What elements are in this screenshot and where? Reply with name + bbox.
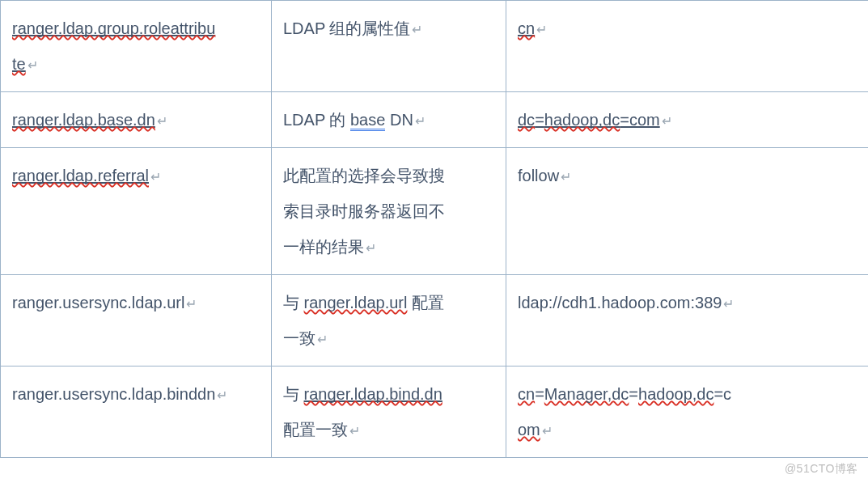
cell-text: DN	[385, 111, 413, 129]
cell-description: 与 ranger.ldap.url 配置 一致↵	[272, 275, 506, 366]
cell-property: ranger.ldap.group.roleattribu te↵	[1, 1, 272, 92]
cell-text: 与	[283, 385, 304, 403]
cell-value: follow↵	[506, 148, 869, 275]
table-row: ranger.ldap.base.dn↵ LDAP 的 base DN↵ dc=…	[1, 92, 869, 148]
cell-description: LDAP 的 base DN↵	[272, 92, 506, 148]
cell-text: 一致	[283, 329, 315, 347]
cell-value: cn↵	[506, 1, 869, 92]
cell-text: 配置一致	[283, 421, 348, 439]
cell-text: ranger.ldap.url	[304, 294, 408, 311]
cell-text: 与	[283, 294, 304, 311]
cell-text: hadoop,dc	[638, 385, 713, 403]
cell-text: =	[629, 385, 638, 403]
cell-text: cn	[518, 19, 535, 37]
cell-text: ranger.usersync.ldap.binddn	[12, 385, 215, 403]
config-table: ranger.ldap.group.roleattribu te↵ LDAP 组…	[0, 0, 868, 458]
table-row: ranger.ldap.referral↵ 此配置的选择会导致搜 索目录时服务器…	[1, 148, 869, 275]
table-row: ranger.usersync.ldap.binddn↵ 与 ranger.ld…	[1, 366, 869, 458]
cell-text: =	[535, 385, 544, 403]
table-row: ranger.ldap.group.roleattribu te↵ LDAP 组…	[1, 1, 869, 92]
pilcrow-icon: ↵	[217, 388, 227, 402]
pilcrow-icon: ↵	[542, 424, 553, 438]
cell-property: ranger.ldap.base.dn↵	[1, 92, 272, 148]
cell-text: te	[12, 55, 26, 73]
cell-text: =c	[713, 385, 731, 403]
pilcrow-icon: ↵	[317, 333, 328, 346]
cell-text: follow	[518, 167, 559, 184]
pilcrow-icon: ↵	[366, 241, 376, 255]
cell-text: =	[535, 111, 544, 129]
cell-text: LDAP 的	[283, 111, 350, 129]
cell-text: 此配置的选择会导致搜	[283, 167, 445, 184]
cell-text: ranger.ldap.referral	[12, 167, 149, 184]
pilcrow-icon: ↵	[28, 58, 38, 72]
cell-text: base	[350, 111, 385, 131]
cell-property: ranger.usersync.ldap.url↵	[1, 275, 272, 366]
pilcrow-icon: ↵	[349, 424, 360, 438]
cell-text: dc	[518, 111, 535, 129]
cell-text: LDAP 组的属性值	[283, 19, 410, 37]
cell-text: 索目录时服务器返回不	[283, 202, 445, 220]
pilcrow-icon: ↵	[157, 114, 167, 128]
cell-text: Manager,dc	[544, 385, 629, 403]
cell-text: cn	[518, 385, 535, 403]
cell-text: =com	[620, 111, 659, 129]
cell-property: ranger.ldap.referral↵	[1, 148, 272, 275]
pilcrow-icon: ↵	[662, 114, 672, 128]
cell-value: ldap://cdh1.hadoop.com:389↵	[506, 275, 869, 366]
cell-text: hadoop,dc	[544, 111, 620, 129]
pilcrow-icon: ↵	[415, 114, 426, 128]
cell-value: dc=hadoop,dc=com↵	[506, 92, 869, 148]
pilcrow-icon: ↵	[723, 297, 734, 311]
cell-text: 一样的结果	[283, 238, 364, 256]
cell-text: ranger.usersync.ldap.url	[12, 294, 184, 311]
cell-description: LDAP 组的属性值↵	[272, 1, 506, 92]
pilcrow-icon: ↵	[536, 23, 547, 36]
pilcrow-icon: ↵	[561, 170, 571, 184]
cell-text: ranger.ldap.base.dn	[12, 111, 155, 129]
pilcrow-icon: ↵	[186, 297, 197, 311]
config-table-container: ranger.ldap.group.roleattribu te↵ LDAP 组…	[0, 0, 868, 458]
pilcrow-icon: ↵	[412, 23, 422, 36]
cell-description: 与 ranger.ldap.bind.dn 配置一致↵	[272, 366, 506, 458]
cell-value: cn=Manager,dc=hadoop,dc=c om↵	[506, 366, 869, 458]
cell-description: 此配置的选择会导致搜 索目录时服务器返回不 一样的结果↵	[272, 148, 506, 275]
cell-text: ldap://cdh1.hadoop.com:389	[518, 294, 722, 311]
table-row: ranger.usersync.ldap.url↵ 与 ranger.ldap.…	[1, 275, 869, 366]
cell-property: ranger.usersync.ldap.binddn↵	[1, 366, 272, 458]
cell-text: ranger.ldap.group.roleattribu	[12, 19, 215, 37]
cell-text: om	[518, 421, 540, 439]
pilcrow-icon: ↵	[150, 170, 161, 184]
cell-text: ranger.ldap.bind.dn	[304, 385, 442, 403]
cell-text: 配置	[407, 294, 444, 311]
